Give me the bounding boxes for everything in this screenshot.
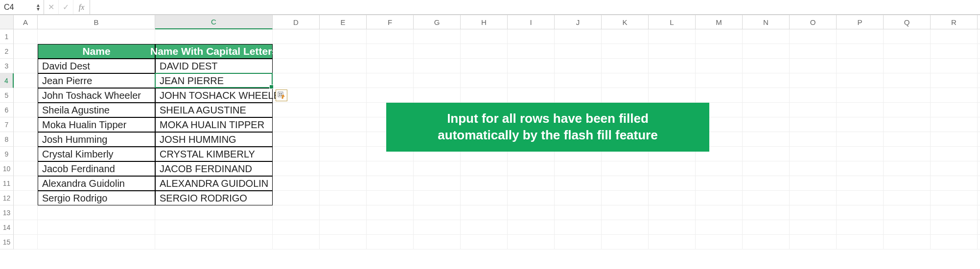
cell-A1[interactable] — [14, 29, 38, 44]
cell-N12[interactable] — [743, 191, 790, 205]
cell-G12[interactable] — [414, 191, 461, 205]
formula-input[interactable] — [90, 0, 980, 14]
cell-F12[interactable] — [367, 191, 414, 205]
cell-N15[interactable] — [743, 235, 790, 249]
cell-C2[interactable]: Name With Capital Letters — [155, 44, 273, 59]
cell-N8[interactable] — [743, 132, 790, 147]
cell-O7[interactable] — [790, 117, 837, 132]
cell-M1[interactable] — [696, 29, 743, 44]
cell-H11[interactable] — [461, 176, 508, 191]
cell-R15[interactable] — [931, 235, 978, 249]
cell-J10[interactable] — [555, 161, 602, 176]
cell-M2[interactable] — [696, 44, 743, 59]
cell-I1[interactable] — [508, 29, 555, 44]
cell-M3[interactable] — [696, 59, 743, 73]
cell-C3[interactable]: DAVID DEST — [155, 59, 273, 73]
cell-K13[interactable] — [602, 205, 649, 220]
cell-O8[interactable] — [790, 132, 837, 147]
cell-B12[interactable]: Sergio Rodrigo — [38, 191, 155, 205]
cell-L1[interactable] — [649, 29, 696, 44]
cell-D12[interactable] — [273, 191, 320, 205]
cell-N9[interactable] — [743, 147, 790, 161]
cell-L12[interactable] — [649, 191, 696, 205]
cell-A3[interactable] — [14, 59, 38, 73]
cell-L15[interactable] — [649, 235, 696, 249]
cell-C8[interactable]: JOSH HUMMING — [155, 132, 273, 147]
cell-L4[interactable] — [649, 73, 696, 88]
cell-J1[interactable] — [555, 29, 602, 44]
row-header-7[interactable]: 7 — [0, 117, 14, 132]
cell-N13[interactable] — [743, 205, 790, 220]
cell-A8[interactable] — [14, 132, 38, 147]
cell-E4[interactable] — [320, 73, 367, 88]
cell-L13[interactable] — [649, 205, 696, 220]
cell-I15[interactable] — [508, 235, 555, 249]
cell-F2[interactable] — [367, 44, 414, 59]
cell-F5[interactable] — [367, 88, 414, 103]
cell-K12[interactable] — [602, 191, 649, 205]
cell-G5[interactable] — [414, 88, 461, 103]
cell-F13[interactable] — [367, 205, 414, 220]
cell-N5[interactable] — [743, 88, 790, 103]
cell-I14[interactable] — [508, 220, 555, 235]
row-header-3[interactable]: 3 — [0, 59, 14, 73]
cell-D13[interactable] — [273, 205, 320, 220]
cell-E11[interactable] — [320, 176, 367, 191]
cell-Q13[interactable] — [884, 205, 931, 220]
cell-B6[interactable]: Sheila Agustine — [38, 103, 155, 117]
cell-P14[interactable] — [837, 220, 884, 235]
column-header-F[interactable]: F — [367, 15, 414, 29]
cell-Q2[interactable] — [884, 44, 931, 59]
cell-A11[interactable] — [14, 176, 38, 191]
cell-O9[interactable] — [790, 147, 837, 161]
cell-A10[interactable] — [14, 161, 38, 176]
cell-E6[interactable] — [320, 103, 367, 117]
cell-B10[interactable]: Jacob Ferdinand — [38, 161, 155, 176]
cell-M11[interactable] — [696, 176, 743, 191]
cell-A7[interactable] — [14, 117, 38, 132]
column-header-P[interactable]: P — [837, 15, 884, 29]
cell-E9[interactable] — [320, 147, 367, 161]
cell-J2[interactable] — [555, 44, 602, 59]
select-all-corner[interactable] — [0, 15, 14, 29]
cell-A14[interactable] — [14, 220, 38, 235]
cell-H14[interactable] — [461, 220, 508, 235]
cell-K15[interactable] — [602, 235, 649, 249]
cell-B2[interactable]: Name — [38, 44, 155, 59]
cell-G2[interactable] — [414, 44, 461, 59]
cell-R11[interactable] — [931, 176, 978, 191]
cell-I13[interactable] — [508, 205, 555, 220]
cell-B1[interactable] — [38, 29, 155, 44]
cell-G1[interactable] — [414, 29, 461, 44]
row-header-2[interactable]: 2 — [0, 44, 14, 59]
cell-N11[interactable] — [743, 176, 790, 191]
column-header-N[interactable]: N — [743, 15, 790, 29]
cell-C1[interactable] — [155, 29, 273, 44]
formula-enter-button[interactable]: ✓ — [59, 0, 73, 14]
cell-O12[interactable] — [790, 191, 837, 205]
cell-D4[interactable] — [273, 73, 320, 88]
cell-O13[interactable] — [790, 205, 837, 220]
cell-L2[interactable] — [649, 44, 696, 59]
cell-P11[interactable] — [837, 176, 884, 191]
cell-B13[interactable] — [38, 205, 155, 220]
cell-N7[interactable] — [743, 117, 790, 132]
cell-E14[interactable] — [320, 220, 367, 235]
cell-E5[interactable] — [320, 88, 367, 103]
cell-G13[interactable] — [414, 205, 461, 220]
cell-R7[interactable] — [931, 117, 978, 132]
cell-J4[interactable] — [555, 73, 602, 88]
row-header-14[interactable]: 14 — [0, 220, 14, 235]
cell-M12[interactable] — [696, 191, 743, 205]
cell-H13[interactable] — [461, 205, 508, 220]
cell-Q7[interactable] — [884, 117, 931, 132]
cell-N10[interactable] — [743, 161, 790, 176]
cell-B5[interactable]: John Toshack Wheeler — [38, 88, 155, 103]
cell-C12[interactable]: SERGIO RODRIGO — [155, 191, 273, 205]
cell-I10[interactable] — [508, 161, 555, 176]
cell-Q4[interactable] — [884, 73, 931, 88]
cell-G11[interactable] — [414, 176, 461, 191]
cell-H2[interactable] — [461, 44, 508, 59]
cell-D1[interactable] — [273, 29, 320, 44]
cell-E8[interactable] — [320, 132, 367, 147]
